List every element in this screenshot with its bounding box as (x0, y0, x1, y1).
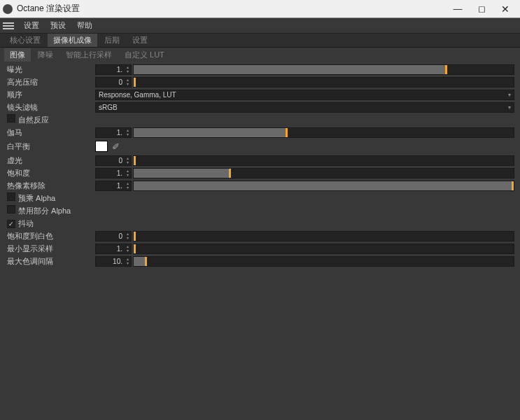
label-gamma: 伽马 (6, 127, 95, 138)
hotpixel-spin[interactable]: 1.▴▾ (95, 181, 132, 191)
natural-checkbox[interactable] (7, 114, 15, 122)
order-select[interactable]: Response, Gamma, LUT▾ (95, 90, 514, 100)
minimize-button[interactable]: — (446, 1, 470, 18)
label-lensfilter: 镜头滤镜 (6, 102, 95, 113)
exposure-spin[interactable]: 1.▴▾ (95, 64, 132, 75)
label-wb: 白平衡 (6, 141, 95, 152)
gamma-spin[interactable]: 1.▴▾ (95, 127, 132, 138)
label-dither: ✓抖动 (6, 218, 95, 229)
menu-settings[interactable]: 设置 (18, 20, 45, 31)
sat2white-spin[interactable]: 0▴▾ (95, 231, 132, 241)
label-saturation: 饱和度 (6, 168, 95, 178)
label-hotpixel: 热像素移除 (6, 181, 95, 191)
label-vignette: 虚光 (6, 155, 95, 166)
main-tabbar: 核心设置 摄像机成像 后期 设置 (0, 34, 520, 48)
eyedropper-icon[interactable]: ✐ (112, 141, 120, 152)
sub-tabbar: 图像 降噪 智能上行采样 自定义 LUT (0, 48, 520, 62)
chevron-down-icon: ▾ (124, 69, 131, 74)
tab-core[interactable]: 核心设置 (4, 34, 46, 47)
label-highlight: 高光压缩 (6, 77, 95, 88)
window-title: Octane 渲染设置 (17, 3, 446, 15)
minsamples-spin[interactable]: 1.▴▾ (95, 244, 132, 254)
subtab-denoise[interactable]: 降噪 (32, 48, 59, 62)
maxtone-spin[interactable]: 10.▴▾ (95, 256, 132, 267)
app-icon (3, 4, 13, 14)
minsamples-slider[interactable] (133, 244, 514, 254)
wb-color-swatch[interactable] (95, 141, 108, 152)
label-prealpha: 预乘 Alpha (6, 192, 95, 204)
highlight-spin[interactable]: 0▴▾ (95, 77, 132, 88)
vignette-slider[interactable] (133, 155, 514, 166)
menubar: 设置 预设 帮助 (0, 18, 520, 34)
label-order: 顺序 (6, 90, 95, 100)
hamburger-icon[interactable] (3, 22, 14, 29)
tab-config[interactable]: 设置 (127, 34, 153, 47)
label-natural: 自然反应 (6, 114, 95, 125)
tab-camera[interactable]: 摄像机成像 (48, 34, 97, 47)
dither-checkbox[interactable]: ✓ (7, 220, 15, 228)
label-sat2white: 饱和度到白色 (6, 231, 95, 241)
titlebar: Octane 渲染设置 — ◻ ✕ (0, 0, 520, 18)
close-button[interactable]: ✕ (493, 1, 517, 18)
exposure-slider[interactable] (133, 64, 514, 75)
label-partalpha: 禁用部分 Alpha (6, 205, 95, 216)
vignette-spin[interactable]: 0▴▾ (95, 155, 132, 166)
chevron-down-icon: ▾ (508, 92, 511, 98)
highlight-slider[interactable] (133, 77, 514, 88)
maximize-button[interactable]: ◻ (470, 1, 493, 18)
menu-preset[interactable]: 预设 (45, 20, 71, 31)
label-maxtone: 最大色调间隔 (6, 256, 95, 267)
sat2white-slider[interactable] (133, 231, 514, 241)
prealpha-checkbox[interactable] (7, 192, 15, 201)
saturation-slider[interactable] (133, 168, 514, 178)
saturation-spin[interactable]: 1.▴▾ (95, 168, 132, 178)
label-exposure: 曝光 (6, 64, 95, 75)
chevron-down-icon: ▾ (508, 104, 511, 111)
lensfilter-select[interactable]: sRGB▾ (95, 102, 514, 113)
label-minsamples: 最小显示采样 (6, 244, 95, 254)
gamma-slider[interactable] (133, 127, 514, 138)
partalpha-checkbox[interactable] (7, 205, 15, 214)
maxtone-slider[interactable] (133, 256, 514, 267)
menu-help[interactable]: 帮助 (71, 20, 98, 31)
subtab-lut[interactable]: 自定义 LUT (119, 48, 170, 62)
hotpixel-slider[interactable] (133, 181, 514, 191)
settings-panel: 曝光 1.▴▾ 高光压缩 0▴▾ 顺序 Response, Gamma, LUT… (0, 62, 520, 273)
tab-post[interactable]: 后期 (99, 34, 125, 47)
subtab-image[interactable]: 图像 (4, 48, 31, 62)
subtab-upsample[interactable]: 智能上行采样 (60, 48, 118, 62)
